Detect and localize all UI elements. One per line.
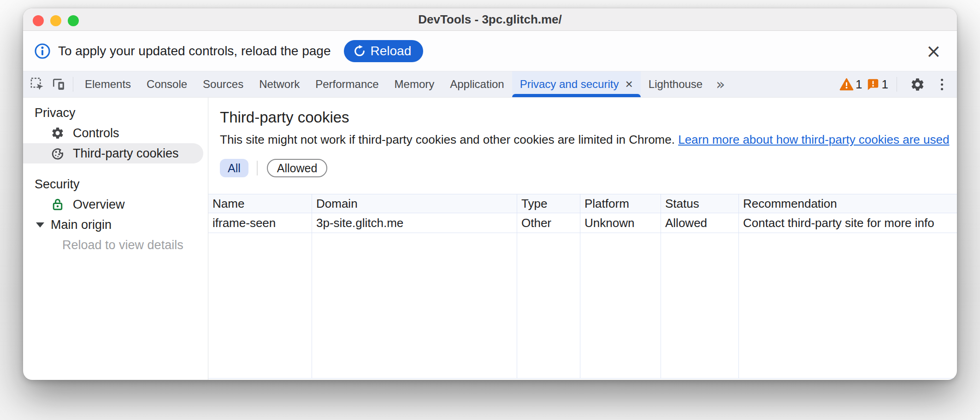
tab-privacy-and-security[interactable]: Privacy and security ×: [512, 71, 641, 97]
column-header-name[interactable]: Name: [208, 194, 312, 213]
tab-label: Application: [450, 78, 504, 91]
filter-all-chip[interactable]: All: [220, 159, 248, 177]
tab-elements[interactable]: Elements: [77, 71, 139, 97]
tab-label: Elements: [85, 78, 131, 91]
devtools-toolbar: Elements Console Sources Network Perform…: [23, 71, 957, 98]
warning-triangle-icon: [839, 77, 854, 92]
chip-divider: [257, 161, 258, 175]
warnings-indicator[interactable]: 1: [839, 77, 862, 92]
traffic-lights: [33, 15, 79, 26]
tab-label: Console: [147, 78, 187, 91]
toolbar-status-area: 1 1: [839, 71, 957, 97]
column-header-domain[interactable]: Domain: [312, 194, 517, 213]
table-empty-column: [208, 233, 312, 378]
table-cell-recommendation[interactable]: Contact third-party site for more info: [739, 213, 957, 233]
page-title: Third-party cookies: [220, 109, 957, 126]
table-empty-column: [580, 233, 661, 378]
description-text: This site might not work if third-party …: [220, 133, 675, 146]
close-tab-icon[interactable]: ×: [625, 77, 632, 92]
sidebar-gap: [23, 163, 208, 174]
status-divider: [897, 77, 897, 92]
settings-button[interactable]: [905, 77, 930, 92]
tab-label: Sources: [203, 78, 243, 91]
sidebar-item-main-origin[interactable]: Main origin: [23, 215, 208, 235]
tab-application[interactable]: Application: [442, 71, 512, 97]
warning-count: 1: [856, 77, 862, 92]
table-cell-status[interactable]: Allowed: [661, 213, 739, 233]
tab-label: Lighthouse: [649, 78, 703, 91]
sidebar-item-label: Overview: [73, 198, 125, 212]
more-tabs-icon[interactable]: »: [710, 71, 731, 97]
tab-sources[interactable]: Sources: [195, 71, 251, 97]
device-toolbar-icon: [51, 77, 66, 92]
column-header-status[interactable]: Status: [661, 194, 739, 213]
selected-tab-underline: [512, 94, 641, 97]
sidebar-item-third-party-cookies[interactable]: Third-party cookies: [23, 143, 203, 163]
sidebar-item-controls[interactable]: Controls: [23, 123, 208, 143]
titlebar: DevTools - 3pc.glitch.me/: [23, 8, 957, 31]
devtools-window: DevTools - 3pc.glitch.me/ To apply your …: [23, 8, 957, 380]
info-icon: [34, 43, 51, 59]
third-party-cookies-panel: Third-party cookies This site might not …: [208, 98, 957, 380]
table-empty-column: [739, 233, 957, 378]
filter-allowed-chip[interactable]: Allowed: [267, 159, 328, 177]
learn-more-link[interactable]: Learn more about how third-party cookies…: [678, 133, 949, 146]
sidebar-section-security: Security: [23, 174, 208, 194]
gear-icon: [910, 77, 925, 92]
tab-console[interactable]: Console: [139, 71, 195, 97]
sidebar-section-privacy: Privacy: [23, 103, 208, 123]
table-empty-column: [312, 233, 517, 378]
reload-button-label: Reload: [371, 44, 412, 58]
panel-description: This site might not work if third-party …: [220, 133, 957, 147]
sidebar-item-label: Controls: [73, 126, 119, 140]
reload-to-view-details-hint: Reload to view details: [23, 235, 208, 255]
tab-label: Privacy and security: [520, 78, 619, 91]
gear-icon: [51, 126, 65, 140]
device-toolbar-button[interactable]: [48, 71, 69, 97]
toolbar-divider: [73, 77, 73, 92]
tab-label: Performance: [315, 78, 378, 91]
sidebar-item-overview[interactable]: Overview: [23, 194, 208, 215]
infobar-message: To apply your updated controls, reload t…: [58, 44, 331, 58]
filter-chips: All Allowed: [220, 159, 957, 177]
column-header-type[interactable]: Type: [517, 194, 580, 213]
privacy-security-sidebar: Privacy Controls Third-party cookies: [23, 98, 208, 380]
cookie-icon: [51, 146, 65, 160]
tab-lighthouse[interactable]: Lighthouse: [641, 71, 710, 97]
tab-label: Network: [259, 78, 300, 91]
panel-content: Privacy Controls Third-party cookies: [23, 98, 957, 380]
zoom-window-button[interactable]: [68, 15, 79, 26]
table-cell-platform[interactable]: Unknown: [580, 213, 661, 233]
issues-icon: [866, 77, 880, 91]
lock-icon: [51, 198, 65, 211]
tab-network[interactable]: Network: [251, 71, 307, 97]
cookies-table: Name Domain Type Platform Status Recomme…: [208, 194, 957, 379]
sidebar-item-label: Main origin: [51, 218, 112, 232]
column-header-platform[interactable]: Platform: [580, 194, 661, 213]
more-options-icon[interactable]: [933, 79, 950, 90]
table-cell-type[interactable]: Other: [517, 213, 580, 233]
sidebar-item-label: Third-party cookies: [73, 146, 179, 161]
reload-infobar: To apply your updated controls, reload t…: [23, 31, 957, 71]
inspect-cursor-icon: [30, 77, 45, 92]
table-empty-column: [517, 233, 580, 378]
close-infobar-icon[interactable]: ×: [926, 42, 941, 60]
tab-memory[interactable]: Memory: [387, 71, 443, 97]
issues-indicator[interactable]: 1: [866, 77, 888, 92]
window-title: DevTools - 3pc.glitch.me/: [418, 12, 562, 27]
tab-performance[interactable]: Performance: [307, 71, 386, 97]
refresh-icon: [353, 45, 366, 58]
table-cell-name[interactable]: iframe-seen: [208, 213, 312, 233]
minimize-window-button[interactable]: [50, 15, 61, 26]
reload-button[interactable]: Reload: [344, 40, 424, 62]
column-header-recommendation[interactable]: Recommendation: [739, 194, 957, 213]
tab-label: Memory: [395, 78, 435, 91]
inspect-element-button[interactable]: [27, 71, 48, 97]
table-empty-column: [661, 233, 739, 378]
close-window-button[interactable]: [33, 15, 44, 26]
table-cell-domain[interactable]: 3p-site.glitch.me: [312, 213, 517, 233]
triangle-down-icon: [36, 222, 44, 228]
panel-header: Third-party cookies This site might not …: [208, 98, 957, 177]
issue-count: 1: [882, 77, 888, 92]
